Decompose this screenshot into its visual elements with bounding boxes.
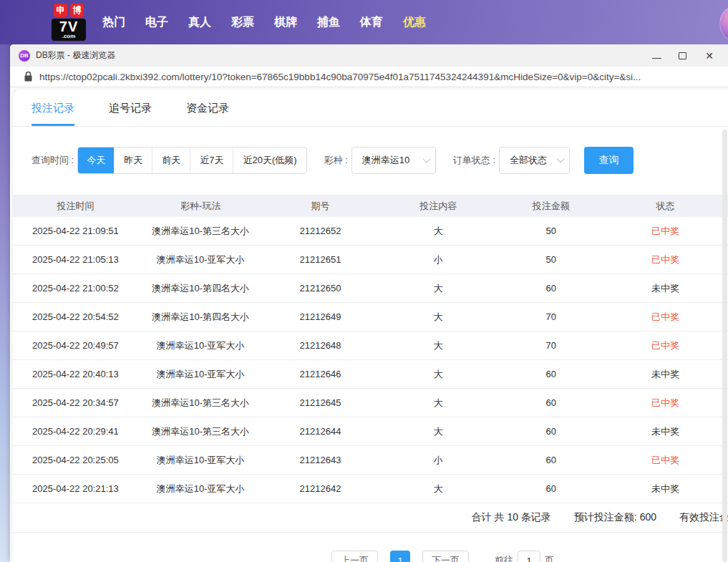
table-header-row: 投注时间 彩种-玩法 期号 投注内容 投注金额 状态 <box>13 195 728 217</box>
tab[interactable]: 追号记录 <box>109 102 152 126</box>
page-suffix-label: 页 <box>545 554 554 562</box>
nav-menu-item[interactable]: 电子 <box>145 15 168 30</box>
summary-total-records: 合计 共 10 条记录 <box>472 511 551 524</box>
records-panel: 投注记录 追号记录 资金记录 查询时间 : 今天 昨天 前天 <box>13 89 728 562</box>
cell-bet-content: 大 <box>377 397 499 410</box>
address-bar[interactable]: https://ctop02pcali.2kbxi392.com/lottery… <box>10 67 728 87</box>
order-status-select[interactable]: 全部状态 <box>499 147 570 174</box>
cell-issue-number: 21212648 <box>263 340 378 351</box>
table-row[interactable]: 2025-04-22 20:34:57 澳洲幸运10-第三名大小 2121264… <box>13 389 728 417</box>
nav-menu-item[interactable]: 热门 <box>102 15 125 30</box>
cell-lottery-play: 澳洲幸运10-亚军大小 <box>138 454 263 467</box>
goto-page-label: 前往 <box>495 554 513 562</box>
cell-bet-time: 2025-04-22 20:21:13 <box>13 483 138 494</box>
summary-expected-amount: 预计投注金额: 600 <box>574 511 656 524</box>
cell-bet-content: 大 <box>377 368 499 381</box>
cell-bet-amount: 70 <box>499 340 603 351</box>
time-filter-option[interactable]: 昨天 <box>114 147 152 174</box>
cell-bet-content: 大 <box>377 282 499 295</box>
cell-bet-time: 2025-04-22 21:05:13 <box>13 254 138 265</box>
cell-status: 已中奖 <box>603 253 728 266</box>
close-icon[interactable]: ✕ <box>704 50 715 62</box>
page-content: 投注记录 追号记录 资金记录 查询时间 : 今天 昨天 前天 <box>10 87 728 562</box>
cell-bet-content: 大 <box>377 425 499 438</box>
table-row[interactable]: 2025-04-22 21:09:51 澳洲幸运10-第三名大小 2121265… <box>13 217 728 246</box>
scrollbar[interactable] <box>722 130 727 562</box>
logo-mark: 7V .com <box>52 19 86 41</box>
cell-bet-amount: 60 <box>499 426 603 437</box>
nav-menu-item[interactable]: 捕鱼 <box>317 15 340 30</box>
cell-bet-time: 2025-04-22 20:25:05 <box>13 455 138 465</box>
cell-bet-content: 大 <box>377 339 499 352</box>
cell-status: 已中奖 <box>603 454 728 467</box>
cell-status: 未中奖 <box>603 282 728 295</box>
cell-bet-content: 小 <box>377 454 499 467</box>
tab[interactable]: 资金记录 <box>186 102 229 126</box>
tab-bar: 投注记录 追号记录 资金记录 <box>13 89 728 127</box>
minimize-icon[interactable] <box>652 52 661 59</box>
cell-lottery-play: 澳洲幸运10-亚军大小 <box>138 483 263 495</box>
cell-issue-number: 21212652 <box>263 226 378 236</box>
cell-bet-time: 2025-04-22 20:29:41 <box>13 426 138 437</box>
cell-issue-number: 21212643 <box>263 455 378 465</box>
cell-bet-content: 大 <box>377 225 499 238</box>
summary-valid-amount: 有效投注金额 <box>679 511 728 524</box>
query-button[interactable]: 查询 <box>584 147 634 174</box>
cell-lottery-play: 澳洲幸运10-第三名大小 <box>138 425 263 438</box>
cell-lottery-play: 澳洲幸运10-第四名大小 <box>138 282 263 295</box>
user-avatar[interactable] <box>719 5 728 42</box>
time-filter-option[interactable]: 近7天 <box>190 147 233 174</box>
table-row[interactable]: 2025-04-22 20:25:05 澳洲幸运10-亚军大小 21212643… <box>13 446 728 475</box>
time-filter-option[interactable]: 今天 <box>78 147 114 174</box>
table-row[interactable]: 2025-04-22 21:05:13 澳洲幸运10-亚军大小 21212651… <box>13 246 728 274</box>
logo-badges: 申 博 <box>52 4 86 17</box>
summary-bar: 合计 共 10 条记录 预计投注金额: 600 有效投注金额 <box>13 503 728 533</box>
nav-menu-item[interactable]: 真人 <box>188 15 211 30</box>
table-row[interactable]: 2025-04-22 20:49:57 澳洲幸运10-亚军大小 21212648… <box>13 331 728 360</box>
cell-status: 已中奖 <box>603 225 728 238</box>
db-favicon-icon: DB <box>19 50 30 62</box>
table-row[interactable]: 2025-04-22 20:40:13 澳洲幸运10-亚军大小 21212646… <box>13 360 728 389</box>
maximize-icon[interactable] <box>679 52 686 59</box>
site-menu: 热门 电子 真人 彩票 棋牌 捕鱼 体育 优惠 <box>102 0 426 44</box>
tab[interactable]: 投注记录 <box>31 102 74 126</box>
cell-issue-number: 21212642 <box>263 483 378 494</box>
column-header: 投注时间 <box>13 200 138 213</box>
page-number-input[interactable] <box>518 551 540 562</box>
column-header: 状态 <box>603 200 728 213</box>
cell-status: 未中奖 <box>603 483 728 495</box>
lottery-select[interactable]: 澳洲幸运10 <box>351 147 436 174</box>
cell-issue-number: 21212651 <box>263 254 378 265</box>
cell-status: 已中奖 <box>603 397 728 410</box>
cell-bet-content: 大 <box>377 483 499 495</box>
time-filter-label: 查询时间 : <box>31 154 74 167</box>
site-navbar: 申 博 7V .com 热门 电子 真人 彩票 棋牌 捕鱼 体育 优惠 <box>0 0 728 44</box>
time-filter-option[interactable]: 近20天(低频) <box>233 147 306 174</box>
table-row[interactable]: 2025-04-22 21:00:52 澳洲幸运10-第四名大小 2121265… <box>13 274 728 303</box>
cell-lottery-play: 澳洲幸运10-第四名大小 <box>138 311 263 324</box>
table-row[interactable]: 2025-04-22 20:21:13 澳洲幸运10-亚军大小 21212642… <box>13 475 728 503</box>
column-header: 投注内容 <box>377 200 499 213</box>
next-page-button[interactable]: 下一页 <box>422 551 469 562</box>
lottery-label: 彩种 : <box>324 154 348 167</box>
order-status-value: 全部状态 <box>510 154 547 167</box>
cell-issue-number: 21212650 <box>263 283 378 294</box>
logo-7v-text: 7V <box>59 19 78 34</box>
window-titlebar[interactable]: DB DB彩票 - 极速浏览器 ✕ <box>10 44 728 67</box>
table-row[interactable]: 2025-04-22 20:54:52 澳洲幸运10-第四名大小 2121264… <box>13 303 728 331</box>
nav-menu-item[interactable]: 优惠 <box>403 15 426 30</box>
site-logo[interactable]: 申 博 7V .com <box>52 4 86 41</box>
cell-status: 未中奖 <box>603 425 728 438</box>
column-header: 投注金额 <box>499 200 603 213</box>
nav-menu-item[interactable]: 棋牌 <box>274 15 297 30</box>
table-row[interactable]: 2025-04-22 20:29:41 澳洲幸运10-第三名大小 2121264… <box>13 417 728 446</box>
current-page-button[interactable]: 1 <box>390 551 410 562</box>
nav-menu-item[interactable]: 彩票 <box>231 15 254 30</box>
column-header: 期号 <box>263 200 378 213</box>
cell-bet-amount: 60 <box>499 369 603 379</box>
cell-bet-amount: 60 <box>499 483 603 494</box>
nav-menu-item[interactable]: 体育 <box>360 15 383 30</box>
time-filter-option[interactable]: 前天 <box>152 147 190 174</box>
cell-bet-amount: 50 <box>499 254 603 265</box>
prev-page-button[interactable]: 上一页 <box>331 551 378 562</box>
